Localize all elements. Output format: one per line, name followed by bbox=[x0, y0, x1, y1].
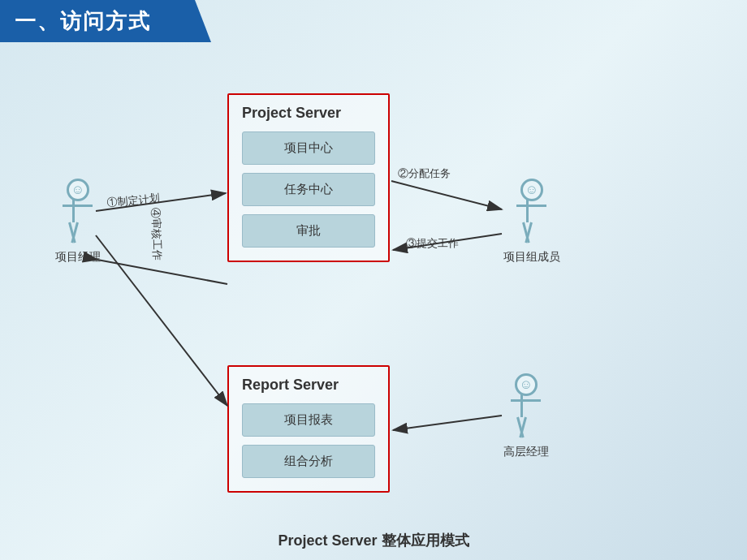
person-executive-head bbox=[515, 373, 538, 396]
person-manager-arms bbox=[63, 205, 93, 207]
project-server-box: Project Server 项目中心 任务中心 审批 bbox=[227, 93, 390, 262]
arrow-submit-label: ③提交工作 bbox=[406, 237, 459, 249]
person-executive-arms bbox=[511, 399, 541, 402]
person-member-label: 项目组成员 bbox=[503, 250, 560, 265]
project-server-title: Project Server bbox=[242, 105, 375, 122]
person-manager-label: 项目经理 bbox=[55, 250, 101, 265]
person-member-figure bbox=[512, 179, 552, 243]
person-manager-head bbox=[67, 179, 89, 201]
report-server-title: Report Server bbox=[242, 377, 375, 394]
arrow-submit bbox=[393, 234, 502, 250]
arrow-assign bbox=[391, 181, 502, 209]
person-member-head bbox=[520, 179, 543, 201]
module-analysis: 组合分析 bbox=[242, 445, 375, 478]
arrow-manager-to-report bbox=[96, 235, 227, 406]
person-executive-figure bbox=[506, 373, 546, 438]
arrow-assign-label: ②分配任务 bbox=[398, 167, 451, 179]
caption: Project Server 整体应用模式 bbox=[0, 531, 747, 550]
module-project-center: 项目中心 bbox=[242, 131, 375, 165]
arrow-review bbox=[97, 260, 227, 284]
person-manager-figure bbox=[58, 179, 98, 243]
person-member-arms bbox=[516, 205, 546, 207]
main-content: Project Server 项目中心 任务中心 审批 Report Serve… bbox=[0, 49, 747, 560]
arrow-plan-label: ①制定计划 bbox=[106, 192, 160, 209]
person-executive-label: 高层经理 bbox=[503, 445, 549, 459]
person-member: 项目组成员 bbox=[503, 179, 560, 265]
report-server-box: Report Server 项目报表 组合分析 bbox=[227, 365, 390, 493]
page-header: 一、访问方式 bbox=[0, 0, 211, 42]
person-manager-body bbox=[72, 200, 75, 222]
person-executive: 高层经理 bbox=[503, 373, 549, 459]
person-manager: 项目经理 bbox=[55, 179, 101, 265]
person-member-body bbox=[526, 200, 529, 222]
arrow-review-label: ④审核工作 bbox=[149, 207, 163, 260]
header-title: 一、访问方式 bbox=[15, 7, 151, 36]
person-executive-body bbox=[520, 394, 523, 417]
arrow-plan bbox=[96, 193, 226, 211]
module-approval: 审批 bbox=[242, 214, 375, 248]
module-task-center: 任务中心 bbox=[242, 173, 375, 206]
module-report: 项目报表 bbox=[242, 403, 375, 437]
arrow-exec-to-report bbox=[393, 416, 502, 430]
